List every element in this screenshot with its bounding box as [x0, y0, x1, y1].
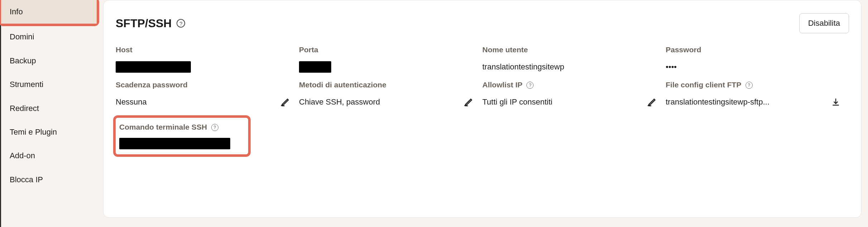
value-row-ftp-config: translationtestingsitewp-sftp...: [666, 96, 840, 108]
help-icon[interactable]: ?: [526, 82, 534, 89]
label-ftp-config: File config client FTP ?: [666, 81, 840, 89]
label-ssh-cmd: Comando terminale SSH ?: [119, 123, 245, 131]
label-pass-expiry: Scadenza password: [116, 81, 290, 89]
label-host: Host: [116, 45, 290, 54]
value-row-ssh-cmd: [119, 137, 245, 150]
sftp-panel: SFTP/SSH ? Disabilita Host Porta Nome ut…: [103, 0, 862, 218]
label-allowlist-text: Allowlist IP: [482, 81, 522, 89]
sidebar-item-label: Backup: [10, 56, 36, 65]
help-icon[interactable]: ?: [211, 124, 218, 131]
label-auth-methods: Metodi di autenticazione: [299, 81, 474, 89]
redacted-host: [116, 61, 191, 73]
label-ssh-cmd-text: Comando terminale SSH: [119, 123, 207, 131]
value-user: translationtestingsitewp: [482, 62, 564, 72]
download-icon[interactable]: [831, 97, 840, 107]
value-row-allowlist: Tutti gli IP consentiti: [482, 96, 657, 108]
sidebar-item-info[interactable]: Info: [1, 0, 97, 24]
sidebar-item-label: Redirect: [10, 104, 39, 113]
sidebar-item-label: Add-on: [10, 151, 35, 160]
content-area: SFTP/SSH ? Disabilita Host Porta Nome ut…: [97, 0, 868, 227]
value-ftp-config: translationtestingsitewp-sftp...: [666, 97, 770, 107]
value-row-host: [116, 61, 290, 73]
sidebar-item-label: Domini: [10, 32, 34, 41]
cell-password: Password ••••: [666, 45, 849, 73]
cell-pass-expiry: Scadenza password Nessuna: [116, 81, 299, 108]
edit-icon[interactable]: [647, 97, 657, 107]
sidebar-item-strumenti[interactable]: Strumenti: [1, 73, 97, 96]
value-row-auth-methods: Chiave SSH, password: [299, 96, 474, 108]
edit-icon[interactable]: [280, 97, 290, 107]
sidebar-item-backup[interactable]: Backup: [1, 49, 97, 73]
sidebar-item-redirect[interactable]: Redirect: [1, 97, 97, 120]
cell-allowlist: Allowlist IP ? Tutti gli IP consentiti: [482, 81, 666, 108]
edit-icon[interactable]: [464, 97, 474, 107]
sidebar-item-label: Strumenti: [10, 80, 43, 89]
sidebar-item-domini[interactable]: Domini: [1, 25, 97, 49]
value-auth-methods: Chiave SSH, password: [299, 97, 380, 107]
fields-row-2: Scadenza password Nessuna Metodi di aute…: [116, 81, 849, 116]
value-row-pass-expiry: Nessuna: [116, 96, 290, 108]
sidebar-item-label: Info: [10, 7, 23, 16]
cell-host: Host: [116, 45, 299, 73]
redacted-ssh-cmd: [119, 138, 230, 149]
label-user: Nome utente: [482, 45, 657, 54]
value-row-user: translationtestingsitewp: [482, 61, 657, 73]
fields-row-1: Host Porta Nome utente translationtestin…: [116, 45, 849, 81]
panel-title-wrap: SFTP/SSH ?: [116, 17, 185, 30]
disable-button[interactable]: Disabilita: [799, 13, 849, 33]
label-password: Password: [666, 45, 840, 54]
panel-header: SFTP/SSH ? Disabilita: [116, 13, 849, 33]
sidebar-item-label: Temi e Plugin: [10, 127, 57, 136]
sidebar-item-temi-plugin[interactable]: Temi e Plugin: [1, 120, 97, 144]
value-allowlist: Tutti gli IP consentiti: [482, 97, 553, 107]
redacted-port: [299, 61, 331, 73]
value-pass-expiry: Nessuna: [116, 97, 147, 107]
label-allowlist: Allowlist IP ?: [482, 81, 657, 89]
help-icon[interactable]: ?: [177, 19, 185, 28]
panel-title: SFTP/SSH: [116, 17, 172, 30]
ssh-command-highlight: Comando terminale SSH ?: [116, 118, 248, 154]
sidebar-item-blocca-ip[interactable]: Blocca IP: [1, 168, 97, 192]
cell-auth-methods: Metodi di autenticazione Chiave SSH, pas…: [299, 81, 482, 108]
cell-ftp-config: File config client FTP ? translationtest…: [666, 81, 849, 108]
label-port: Porta: [299, 45, 474, 54]
sidebar-highlight-info: Info: [1, 0, 97, 24]
sidebar-item-addon[interactable]: Add-on: [1, 144, 97, 168]
help-icon[interactable]: ?: [746, 82, 753, 89]
cell-user: Nome utente translationtestingsitewp: [482, 45, 666, 73]
label-ftp-config-text: File config client FTP: [666, 81, 741, 89]
value-row-port: [299, 61, 474, 73]
sidebar: Info Domini Backup Strumenti Redirect Te…: [0, 0, 97, 227]
value-row-password: ••••: [666, 61, 840, 73]
value-password: ••••: [666, 62, 677, 72]
cell-port: Porta: [299, 45, 482, 73]
sidebar-item-label: Blocca IP: [10, 175, 43, 184]
